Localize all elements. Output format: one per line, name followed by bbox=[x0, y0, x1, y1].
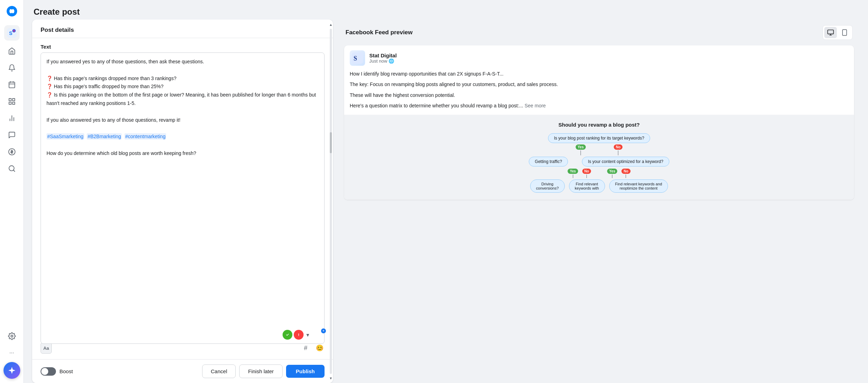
fb-body-line4: Here's a question matrix to determine wh… bbox=[350, 102, 848, 109]
fb-body-line2: The key: Focus on revamping blog posts a… bbox=[350, 80, 848, 88]
boost-label: Boost bbox=[59, 368, 73, 374]
diagram-flowchart: Is your blog post ranking for its target… bbox=[351, 133, 847, 193]
boost-toggle-area: Boost bbox=[41, 367, 73, 376]
flow-box-traffic: Getting traffic? bbox=[529, 157, 568, 166]
svg-rect-11 bbox=[9, 102, 11, 104]
sidebar-item-monetization[interactable] bbox=[4, 144, 20, 159]
fb-post-image: Should you revamp a blog post? Is your b… bbox=[344, 115, 854, 200]
panel-footer: Boost Cancel Finish later Publish bbox=[32, 359, 333, 383]
ai-badge-red[interactable]: + bbox=[294, 330, 304, 340]
flow-level-2: Getting traffic? Is your content optimiz… bbox=[529, 157, 669, 166]
font-icon: Aa bbox=[43, 346, 49, 351]
preview-title: Facebook Feed preview bbox=[346, 29, 413, 36]
fb-post-body: How I identify blog revamp opportunities… bbox=[344, 69, 854, 115]
post-text-bullet1: ❓ Has this page's rankings dropped more … bbox=[47, 75, 319, 83]
svg-rect-4 bbox=[9, 82, 15, 88]
dropdown-arrow[interactable]: ▾ bbox=[305, 330, 311, 340]
device-toggle-group bbox=[823, 25, 853, 40]
flow-level-3: Drivingconversions? Find relevantkeyword… bbox=[530, 179, 668, 193]
fb-post-card: S Stat Digital Just now 🌐 bbox=[344, 45, 854, 200]
svg-rect-24 bbox=[842, 30, 847, 36]
svg-rect-10 bbox=[12, 102, 14, 104]
post-text-question: How do you determine which old blog post… bbox=[47, 149, 319, 158]
flow-box-optimized: Is your content optimized for a keyword? bbox=[582, 157, 669, 166]
fb-body-line3: These will have the highest conversion p… bbox=[350, 91, 848, 99]
sidebar-item-search[interactable] bbox=[4, 161, 20, 176]
fb-post-meta: Stat Digital Just now 🌐 bbox=[369, 52, 848, 64]
yes-badge-1: Yes bbox=[576, 144, 586, 150]
ai-badge-green[interactable] bbox=[283, 330, 292, 340]
post-text-line2: If you also answered yes to any of those… bbox=[47, 116, 319, 125]
flow-box-find-keywords: Find relevantkeywords with bbox=[569, 179, 605, 193]
scroll-thumb bbox=[330, 132, 332, 153]
ai-badge-count: + bbox=[321, 328, 326, 333]
scroll-down-button[interactable]: ▼ bbox=[329, 375, 333, 382]
toggle-knob bbox=[41, 368, 48, 375]
facebook-preview-panel: Facebook Feed preview bbox=[339, 20, 860, 383]
yes-badge-traffic: Yes bbox=[568, 169, 578, 174]
post-text-line1: If you answered yes to any of those ques… bbox=[47, 58, 319, 66]
sidebar-item-inbox[interactable] bbox=[4, 127, 20, 143]
toolbar-left: Aa bbox=[41, 342, 52, 354]
meta-logo[interactable] bbox=[5, 4, 19, 18]
page-header: Create post bbox=[24, 0, 868, 20]
facebook-profile-icon[interactable]: S bbox=[4, 25, 20, 41]
post-text-hashtags: #SaaSmarketing #B2Bmarketing #contentmar… bbox=[47, 133, 319, 141]
flow-box-1: Is your blog post ranking for its target… bbox=[548, 133, 650, 143]
sidebar: S bbox=[0, 0, 24, 383]
finish-later-button[interactable]: Finish later bbox=[239, 364, 282, 378]
emoji-button[interactable]: 😊 bbox=[315, 343, 325, 353]
no-branch: No bbox=[614, 144, 622, 155]
scroll-up-button[interactable]: ▲ bbox=[329, 21, 333, 28]
sidebar-item-settings[interactable] bbox=[4, 328, 20, 344]
post-text-wrapper: If you answered yes to any of those ques… bbox=[32, 52, 333, 359]
flow-yes-no-row: Yes No bbox=[576, 144, 623, 155]
flow-yes-no-row-2: Yes No bbox=[568, 169, 630, 178]
globe-icon: 🌐 bbox=[389, 58, 394, 64]
yes-branch: Yes bbox=[576, 144, 586, 155]
desktop-view-button[interactable] bbox=[824, 27, 837, 38]
svg-text:S: S bbox=[9, 30, 12, 36]
svg-line-17 bbox=[13, 170, 15, 171]
post-details-title: Post details bbox=[41, 27, 74, 33]
no-badge-traffic: No bbox=[582, 169, 591, 174]
scroll-track bbox=[330, 29, 332, 374]
svg-rect-8 bbox=[9, 99, 11, 101]
post-details-panel: Post details Text If you answered yes to… bbox=[32, 20, 333, 383]
ai-assistant-button[interactable] bbox=[3, 362, 20, 379]
sidebar-item-analytics[interactable] bbox=[4, 111, 20, 126]
hashtag-saas: #SaaSmarketing bbox=[47, 133, 84, 140]
sidebar-item-calendar[interactable] bbox=[4, 77, 20, 92]
text-section-label: Text bbox=[32, 38, 333, 52]
yes-badge-optimized: Yes bbox=[607, 169, 617, 174]
hashtag-content: #contentmarketing bbox=[124, 133, 166, 140]
mobile-view-button[interactable] bbox=[838, 27, 851, 38]
post-text-area[interactable]: If you answered yes to any of those ques… bbox=[41, 52, 325, 344]
hashtag-button[interactable]: # bbox=[301, 343, 311, 353]
panel-scrollbar[interactable]: ▲ ▼ bbox=[329, 20, 333, 383]
preview-header: Facebook Feed preview bbox=[339, 20, 860, 45]
hashtag-b2b: #B2Bmarketing bbox=[87, 133, 122, 140]
boost-toggle[interactable] bbox=[41, 367, 56, 376]
flow-box-reoptimize: Find relevant keywords andreoptimize the… bbox=[609, 179, 668, 193]
flow-box-conversions: Drivingconversions? bbox=[530, 179, 565, 193]
sidebar-item-content[interactable] bbox=[4, 94, 20, 109]
svg-rect-9 bbox=[12, 99, 14, 101]
see-more-link[interactable]: See more bbox=[525, 103, 546, 108]
sidebar-more-dots[interactable]: ··· bbox=[4, 345, 20, 361]
fb-post-time: Just now 🌐 bbox=[369, 58, 848, 64]
sidebar-item-home[interactable] bbox=[4, 43, 20, 59]
publish-button[interactable]: Publish bbox=[286, 365, 325, 378]
svg-point-3 bbox=[12, 29, 16, 33]
traffic-badges: Yes No bbox=[568, 169, 591, 178]
sidebar-item-notifications[interactable] bbox=[4, 60, 20, 76]
post-text-bullet2: ❓ Has this page's traffic dropped by mor… bbox=[47, 83, 319, 91]
preview-content: S Stat Digital Just now 🌐 bbox=[339, 45, 860, 383]
cancel-button[interactable]: Cancel bbox=[202, 364, 236, 378]
svg-point-18 bbox=[11, 335, 13, 337]
svg-text:S: S bbox=[354, 55, 357, 62]
page-title: Create post bbox=[34, 7, 858, 17]
font-style-button[interactable]: Aa bbox=[41, 342, 52, 354]
post-text-content: If you answered yes to any of those ques… bbox=[47, 58, 319, 339]
main-content: Create post Post details Text If you ans… bbox=[24, 0, 868, 383]
